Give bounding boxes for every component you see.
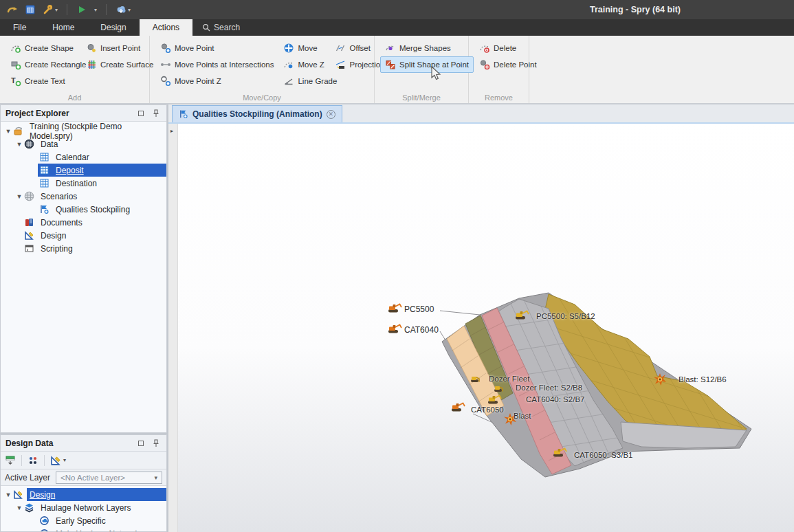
- move-button[interactable]: Move: [278, 40, 330, 56]
- tree-item-scripting[interactable]: Scripting: [1, 242, 166, 255]
- move-point-button[interactable]: Move Point: [155, 40, 278, 56]
- offset-icon: [335, 43, 346, 54]
- mouse-cursor: [430, 66, 441, 81]
- selected-row-highlight: Design: [27, 488, 166, 501]
- split-shape-at-point-button[interactable]: Split Shape at Point: [380, 56, 474, 73]
- run-button[interactable]: ▾: [75, 3, 98, 16]
- layers-icon: [24, 502, 34, 513]
- tree-item-design[interactable]: Design: [1, 229, 166, 242]
- create-surface-button[interactable]: Create Surface: [81, 56, 158, 73]
- toolbar-separator: [67, 4, 67, 15]
- active-layer-combobox[interactable]: <No Active Layer> ▾: [56, 472, 162, 484]
- tree-item-deposit[interactable]: Deposit: [1, 164, 166, 177]
- toolbar-separator: [106, 4, 107, 15]
- tree-item-early-specific[interactable]: Early Specific: [1, 514, 166, 527]
- scene-label: CAT6040: [404, 325, 439, 335]
- tree-item-main-haulage-network[interactable]: Main Haulage Network: [1, 527, 166, 531]
- collapse-caret[interactable]: ▼: [5, 491, 12, 498]
- collapse-caret[interactable]: ▼: [16, 193, 23, 200]
- tree-item-label: Documents: [38, 217, 85, 228]
- tools-dropdown-caret[interactable]: ▾: [55, 7, 58, 13]
- active-layer-value: <No Active Layer>: [60, 474, 154, 482]
- tree-item-design-root[interactable]: ▼ Design: [1, 488, 166, 501]
- 3d-canvas[interactable]: ▸: [168, 122, 794, 532]
- group-label-add: Add: [0, 93, 149, 102]
- tree-item-project[interactable]: ▼ Training (Stockpile Demo Model.spry): [1, 124, 166, 137]
- merge-shapes-button[interactable]: Merge Shapes: [380, 40, 474, 56]
- collapse-caret[interactable]: ▼: [16, 141, 23, 148]
- pin-panel-button[interactable]: [151, 439, 162, 448]
- documents-icon: [24, 217, 34, 228]
- move-point-z-button[interactable]: Move Point Z: [155, 73, 278, 89]
- network-layer-icon: [39, 516, 49, 526]
- scene-label: CAT6050: [471, 406, 504, 414]
- collapse-table-button[interactable]: [5, 455, 16, 466]
- delete-button[interactable]: Delete: [474, 40, 542, 56]
- tab-actions[interactable]: Actions: [140, 19, 192, 36]
- active-layer-label: Active Layer: [5, 473, 50, 483]
- quick-access-toolbar: ▾ ▾ ▾: [0, 3, 132, 16]
- point-display-button[interactable]: [27, 455, 38, 466]
- design-icon: [24, 230, 34, 241]
- move-z-button[interactable]: Move Z: [278, 56, 330, 73]
- float-window-button[interactable]: [135, 109, 146, 118]
- tree-item-documents[interactable]: Documents: [1, 216, 166, 229]
- scene-label: Dozer Fleet: [489, 375, 529, 383]
- tab-qualities-stockpiling[interactable]: Qualities Stockpiling (Animation) ✕: [172, 105, 342, 122]
- wrench-icon: [43, 4, 54, 15]
- tab-file[interactable]: File: [0, 19, 39, 36]
- tree-item-label: Destination: [53, 178, 100, 189]
- scene-label: Blast: S12/B6: [679, 375, 727, 384]
- button-label: Insert Point: [100, 44, 140, 52]
- collapse-caret[interactable]: ▼: [16, 505, 23, 511]
- close-icon[interactable]: ✕: [327, 110, 335, 119]
- collapse-caret[interactable]: ▼: [5, 128, 12, 135]
- pin-panel-button[interactable]: [151, 109, 162, 118]
- button-label: Move Z: [298, 60, 324, 69]
- line-grade-button[interactable]: Line Grade: [278, 73, 330, 89]
- scene-label: PC5500: [404, 304, 434, 314]
- viewport-area: Qualities Stockpiling (Animation) ✕ ▸: [168, 104, 794, 532]
- tree-item-label: Calendar: [53, 152, 92, 163]
- table-icon: [39, 152, 49, 162]
- tab-home[interactable]: Home: [39, 19, 87, 36]
- design-data-panel: Design Data ▾ Active Layer <No A: [0, 434, 167, 532]
- search-box[interactable]: Search: [192, 19, 250, 36]
- calendar-button[interactable]: [23, 3, 37, 16]
- project-explorer-panel: Project Explorer ▼ Training (Stockpile D…: [0, 104, 167, 433]
- run-dropdown-caret[interactable]: ▾: [94, 7, 97, 13]
- button-label: Create Surface: [100, 60, 153, 69]
- tree-item-scenarios[interactable]: ▼ Scenarios: [1, 190, 166, 203]
- project-explorer-tree: ▼ Training (Stockpile Demo Model.spry) ▼…: [1, 122, 166, 432]
- tools-button[interactable]: ▾: [41, 3, 59, 16]
- tree-item-label: Scripting: [38, 243, 76, 254]
- button-label: Delete Point: [494, 60, 537, 69]
- tree-item-calendar[interactable]: Calendar: [1, 151, 166, 164]
- ribbon-group-split-merge: Merge Shapes Split Shape at Point Split/…: [375, 36, 469, 103]
- float-window-button[interactable]: [135, 439, 146, 448]
- animation-dropdown-caret[interactable]: ▾: [128, 7, 131, 13]
- create-text-icon: T: [10, 76, 21, 87]
- create-shape-button[interactable]: Create Shape: [5, 40, 81, 56]
- undo-icon: [7, 4, 18, 15]
- tree-item-qualities-stockpiling[interactable]: Qualities Stockpiling: [1, 203, 166, 216]
- svg-text:T: T: [11, 76, 16, 85]
- delete-point-button[interactable]: Delete Point: [474, 56, 542, 73]
- animation-button[interactable]: ▾: [114, 3, 132, 16]
- ribbon-group-add: Create Shape Create Rectangle T Create T…: [0, 36, 150, 103]
- left-column: Project Explorer ▼ Training (Stockpile D…: [0, 104, 168, 532]
- undo-button[interactable]: [5, 3, 19, 16]
- move-points-at-intersections-button[interactable]: Move Points at Intersections: [155, 56, 278, 73]
- scene-label: CAT6050: S3/B1: [574, 451, 632, 459]
- create-rectangle-button[interactable]: Create Rectangle: [5, 56, 81, 73]
- tree-item-haulage-network-layers[interactable]: ▼ Haulage Network Layers: [1, 501, 166, 514]
- scene-label: CAT6040: S2/B7: [526, 395, 584, 403]
- stockpile-3d-model: [168, 124, 793, 532]
- create-text-button[interactable]: T Create Text: [5, 73, 81, 89]
- tree-item-destination[interactable]: Destination: [1, 177, 166, 190]
- group-label-split-merge: Split/Merge: [375, 93, 468, 102]
- tab-design[interactable]: Design: [87, 19, 139, 36]
- main-area: Project Explorer ▼ Training (Stockpile D…: [0, 104, 794, 532]
- insert-point-button[interactable]: Insert Point: [81, 40, 158, 56]
- design-tools-dropdown[interactable]: ▾: [50, 455, 66, 466]
